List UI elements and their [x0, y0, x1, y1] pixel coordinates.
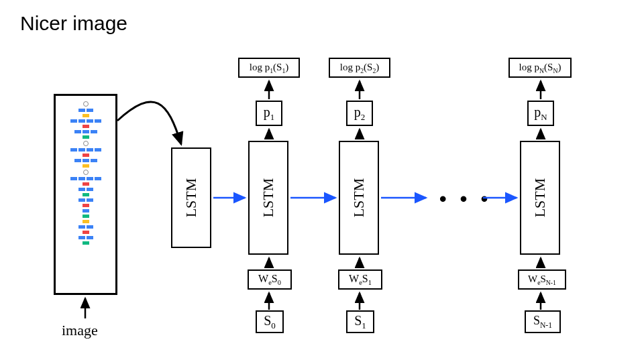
lstm-label: LSTM: [260, 178, 277, 218]
lstm-1: LSTM: [248, 141, 288, 255]
lstm-0: LSTM: [171, 147, 211, 248]
p2-box: p2: [346, 101, 373, 126]
logpN-box: log pN(SN): [508, 58, 572, 78]
lstm-2: LSTM: [339, 141, 379, 255]
lstm-n: LSTM: [520, 141, 560, 255]
slide-title: Nicer image: [20, 12, 127, 35]
weN-box: WeSN-1: [518, 269, 566, 290]
diagram-stage: image LSTM LSTM LSTM LSTM p1 p2 pN log p…: [0, 54, 644, 349]
s1-box: S1: [346, 310, 374, 333]
lstm-label: LSTM: [182, 178, 200, 218]
ellipsis-icon: • • •: [439, 188, 492, 210]
lstm-label: LSTM: [350, 178, 368, 218]
sN-box: SN-1: [525, 310, 561, 333]
s0-box: S0: [256, 310, 284, 333]
logp2-box: log p2(S2): [329, 58, 390, 78]
input-label: image: [62, 322, 98, 339]
logp1-box: log p1(S1): [238, 58, 300, 78]
we1-box: WeS0: [248, 269, 292, 290]
we2-box: WeS1: [338, 269, 382, 290]
cnn-box: [54, 94, 117, 295]
pN-box: pN: [527, 101, 554, 126]
cnn-layers-icon: [61, 101, 110, 288]
lstm-label: LSTM: [531, 178, 549, 218]
p1-box: p1: [256, 101, 282, 126]
